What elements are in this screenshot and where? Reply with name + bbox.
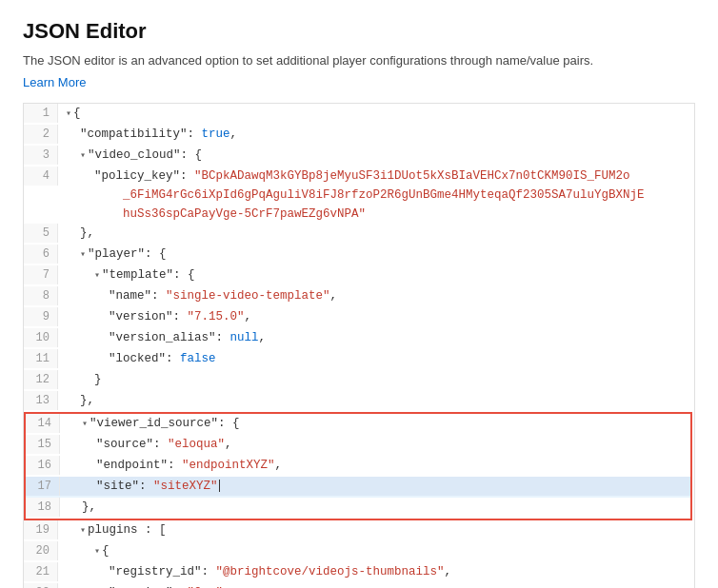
line-content-7: ▾"template": { [58,265,694,284]
line-15: 15 "source": "eloqua", [26,435,690,456]
line-num-5: 5 [24,224,58,243]
line-7: 7 ▾"template": { [24,265,694,286]
page-description: The JSON editor is an advanced option to… [23,51,695,70]
line-num-18: 18 [26,498,60,517]
line-num-10: 10 [24,328,58,347]
line-num-6: 6 [24,245,58,264]
line-num-13: 13 [24,391,58,410]
line-content-9: "version": "7.15.0", [58,307,694,326]
line-14: 14 ▾"viewer_id_source": { [26,414,690,435]
line-content-10: "version_alias": null, [58,328,694,347]
line-num-17: 17 [26,477,60,496]
line-num-14: 14 [26,414,60,433]
line-content-15: "source": "eloqua", [60,435,690,454]
line-num-20: 20 [24,541,58,560]
highlighted-block: 14 ▾"viewer_id_source": { 15 "source": "… [24,412,692,520]
line-content-5: }, [58,224,694,243]
line-3: 3 ▾"video_cloud": { [24,146,694,167]
line-content-14: ▾"viewer_id_source": { [60,414,690,433]
line-8: 8 "name": "single-video-template", [24,286,694,307]
line-num-16: 16 [26,456,60,475]
line-20: 20 ▾{ [24,541,694,562]
line-num-7: 7 [24,265,58,284]
line-num-21: 21 [24,562,58,581]
line-10: 10 "version_alias": null, [24,328,694,349]
line-content-13: }, [58,391,694,410]
line-num-9: 9 [24,307,58,326]
line-num-2: 2 [24,125,58,144]
line-content-18: }, [60,498,690,517]
line-1: 1 ▾{ [24,104,694,125]
line-num-15: 15 [26,435,60,454]
line-5: 5 }, [24,224,694,245]
line-12: 12 } [24,370,694,391]
line-num-19: 19 [24,520,58,539]
line-21: 21 "registry_id": "@brightcove/videojs-t… [24,562,694,583]
line-13: 13 }, [24,391,694,412]
line-9: 9 "version": "7.15.0", [24,307,694,328]
line-content-3: ▾"video_cloud": { [58,146,694,165]
line-content-21: "registry_id": "@brightcove/videojs-thum… [58,562,694,581]
line-11: 11 "locked": false [24,349,694,370]
learn-more-link[interactable]: Learn More [23,75,86,89]
line-num-22: 22 [24,583,58,589]
json-editor[interactable]: 1 ▾{ 2 "compatibility": true, 3 ▾"video_… [23,103,695,589]
line-content-4: "policy_key": "BCpkADawqM3kGYBp8jeMyuSF3… [58,167,694,224]
line-18: 18 }, [26,498,690,519]
line-content-16: "endpoint": "endpointXYZ", [60,456,690,475]
line-content-2: "compatibility": true, [58,125,694,144]
line-4: 4 "policy_key": "BCpkADawqM3kGYBp8jeMyuS… [24,167,694,224]
line-22: 22 "version": "2.x" [24,583,694,589]
line-content-17: "site": "siteXYZ" [60,477,690,496]
line-6: 6 ▾"player": { [24,245,694,265]
line-content-20: ▾{ [58,541,694,560]
line-num-3: 3 [24,146,58,165]
line-num-1: 1 [24,104,58,123]
line-content-22: "version": "2.x" [58,583,694,589]
line-content-6: ▾"player": { [58,245,694,264]
line-content-12: } [58,370,694,389]
line-content-1: ▾{ [58,104,694,123]
line-content-11: "locked": false [58,349,694,368]
line-num-12: 12 [24,370,58,389]
line-num-8: 8 [24,286,58,305]
page-title: JSON Editor [23,19,695,44]
line-content-19: ▾plugins : [ [58,520,694,539]
line-2: 2 "compatibility": true, [24,125,694,146]
line-19: 19 ▾plugins : [ [24,520,694,541]
line-16: 16 "endpoint": "endpointXYZ", [26,456,690,477]
line-num-4: 4 [24,167,58,186]
line-content-8: "name": "single-video-template", [58,286,694,305]
line-num-11: 11 [24,349,58,368]
line-17: 17 "site": "siteXYZ" [26,477,690,498]
